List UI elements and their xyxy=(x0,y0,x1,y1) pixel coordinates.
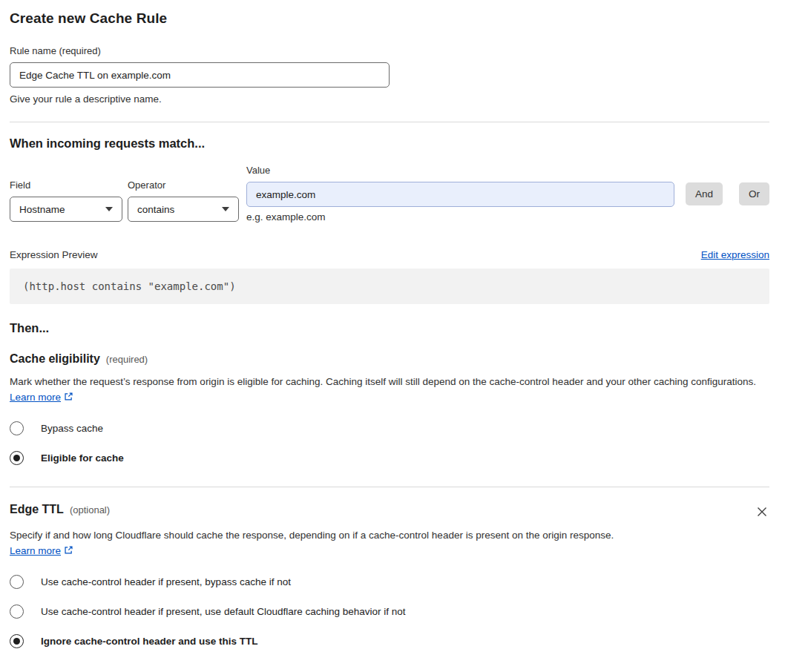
value-help: e.g. example.com xyxy=(246,211,674,222)
or-button[interactable]: Or xyxy=(739,182,769,205)
external-link-icon xyxy=(64,544,73,559)
expression-preview-row: Expression Preview Edit expression xyxy=(10,249,769,260)
radio-option-use-header-bypass[interactable]: Use cache-control header if present, byp… xyxy=(10,575,769,589)
cache-eligibility-qualifier: (required) xyxy=(106,354,148,365)
edge-ttl-section: Edge TTL (optional) Specify if and how l… xyxy=(10,503,769,672)
radio-icon[interactable] xyxy=(10,575,24,589)
field-select[interactable]: Hostname xyxy=(10,197,122,222)
cache-eligibility-description-text: Mark whether the request’s response from… xyxy=(10,376,756,387)
edge-ttl-description: Specify if and how long Cloudflare shoul… xyxy=(10,527,633,559)
match-heading: When incoming requests match... xyxy=(10,136,769,151)
radio-label: Eligible for cache xyxy=(41,452,124,464)
then-heading: Then... xyxy=(10,321,769,335)
operator-select[interactable]: contains xyxy=(128,197,239,222)
create-cache-rule-page: Create new Cache Rule Rule name (require… xyxy=(0,0,785,672)
radio-label: Use cache-control header if present, use… xyxy=(41,606,406,617)
radio-option-use-header-default[interactable]: Use cache-control header if present, use… xyxy=(10,605,769,619)
cache-eligibility-learn-more-link[interactable]: Learn more xyxy=(10,392,61,403)
edge-ttl-learn-more-link[interactable]: Learn more xyxy=(10,545,61,556)
rule-name-help: Give your rule a descriptive name. xyxy=(10,93,769,105)
radio-label: Ignore cache-control header and use this… xyxy=(41,636,258,647)
and-button[interactable]: And xyxy=(686,182,723,205)
operator-label: Operator xyxy=(128,179,239,191)
rule-name-section: Rule name (required) Give your rule a de… xyxy=(10,45,769,105)
cache-eligibility-description: Mark whether the request’s response from… xyxy=(10,374,769,406)
chevron-down-icon xyxy=(105,207,113,211)
cache-eligibility-header: Cache eligibility (required) xyxy=(10,352,769,366)
section-divider xyxy=(10,122,769,122)
section-divider xyxy=(10,487,769,487)
edge-ttl-description-text: Specify if and how long Cloudflare shoul… xyxy=(10,530,614,541)
page-title: Create new Cache Rule xyxy=(10,10,769,27)
operator-select-value: contains xyxy=(137,204,174,215)
cache-eligibility-options: Bypass cache Eligible for cache xyxy=(10,421,769,465)
match-value-input[interactable] xyxy=(246,182,674,207)
field-label: Field xyxy=(10,179,122,191)
radio-icon[interactable] xyxy=(10,634,24,648)
field-select-value: Hostname xyxy=(19,204,65,215)
expression-code: (http.host contains "example.com") xyxy=(10,269,769,304)
external-link-icon xyxy=(64,390,73,406)
edge-ttl-header: Edge TTL (optional) xyxy=(10,503,769,519)
match-condition-row: Field Hostname Operator contains Value e… xyxy=(10,165,769,222)
chevron-down-icon xyxy=(222,207,229,211)
value-label: Value xyxy=(246,165,674,176)
radio-icon[interactable] xyxy=(10,451,24,465)
radio-icon[interactable] xyxy=(10,605,24,619)
and-or-buttons: And Or xyxy=(686,182,769,205)
radio-label: Bypass cache xyxy=(41,423,103,434)
radio-option-bypass-cache[interactable]: Bypass cache xyxy=(10,421,769,435)
radio-label: Use cache-control header if present, byp… xyxy=(41,576,291,587)
operator-column: Operator contains xyxy=(128,179,239,222)
edit-expression-link[interactable]: Edit expression xyxy=(701,249,769,260)
field-column: Field Hostname xyxy=(10,179,122,222)
edge-ttl-title: Edge TTL xyxy=(10,503,64,516)
radio-icon[interactable] xyxy=(10,421,24,435)
edge-ttl-options: Use cache-control header if present, byp… xyxy=(10,575,769,648)
radio-option-ignore-header-use-ttl[interactable]: Ignore cache-control header and use this… xyxy=(10,634,769,648)
close-icon[interactable] xyxy=(755,504,769,519)
rule-name-input[interactable] xyxy=(10,62,390,88)
radio-option-eligible-for-cache[interactable]: Eligible for cache xyxy=(10,451,769,465)
expression-preview-label: Expression Preview xyxy=(10,249,98,260)
match-section: When incoming requests match... Field Ho… xyxy=(10,136,769,304)
value-column: Value e.g. example.com xyxy=(246,165,674,222)
cache-eligibility-title: Cache eligibility xyxy=(10,352,100,366)
edge-ttl-qualifier: (optional) xyxy=(70,504,110,515)
rule-name-label: Rule name (required) xyxy=(10,45,769,56)
cache-eligibility-section: Cache eligibility (required) Mark whethe… xyxy=(10,352,769,465)
edge-ttl-title-row: Edge TTL (optional) xyxy=(10,503,110,516)
